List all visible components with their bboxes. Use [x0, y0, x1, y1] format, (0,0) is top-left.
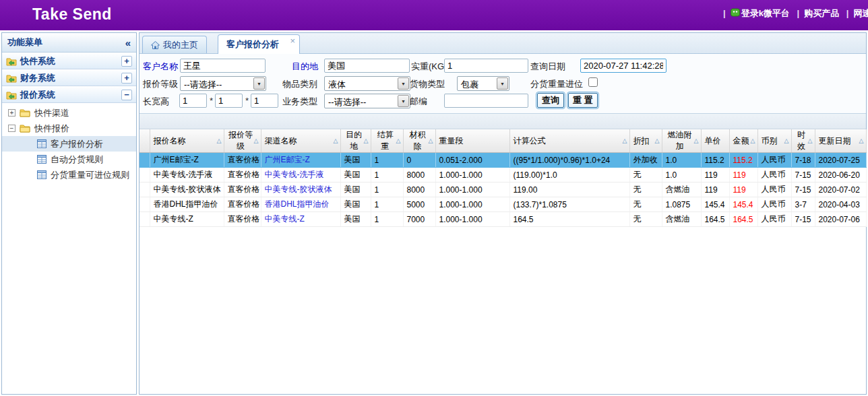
sidebar-section-quote-system[interactable]: 报价系统 − — [2, 86, 136, 103]
cell-formula: (119.00)*1.0 — [509, 168, 629, 183]
cell-volume-divisor: 8000 — [403, 168, 435, 183]
quote-level-select[interactable]: --请选择-- ▼ — [180, 76, 266, 91]
col-update-date[interactable]: 更新日期△ — [815, 129, 866, 153]
tree-leaf-auto-split-rule[interactable]: 自动分货规则 — [2, 152, 136, 167]
reset-button[interactable]: 重 置 — [567, 92, 599, 109]
split-weight-carry-label: 分货重量进位 — [530, 78, 583, 90]
table-row[interactable]: 中美专线-胶状液体 直客价格 中美专线-胶状液体 美国 1 8000 1.000… — [140, 183, 866, 197]
login-kwei-link[interactable]: 登录k微平台 — [741, 8, 790, 18]
cell-quote-level: 直客价格 — [224, 212, 261, 227]
chevron-down-icon[interactable]: ▼ — [497, 77, 508, 90]
tab-my-homepage[interactable]: 我的主页 — [142, 36, 207, 53]
chevron-down-icon[interactable]: ▼ — [398, 77, 409, 90]
col-formula[interactable]: 计算公式△ — [509, 129, 629, 153]
col-unit-price[interactable]: 单价 — [701, 129, 729, 153]
col-fuel-surcharge[interactable]: 燃油附加△ — [662, 129, 701, 153]
col-discount[interactable]: 折扣△ — [629, 129, 662, 153]
chevron-down-icon[interactable]: ▼ — [398, 95, 409, 107]
tree-node-express-channel[interactable]: + 快件渠道 — [2, 105, 136, 121]
tree-expand-icon[interactable]: + — [8, 109, 16, 117]
tree-leaf-split-weight-carry-rule[interactable]: 分货重量可进位规则 — [2, 167, 136, 183]
width-input[interactable] — [215, 94, 243, 108]
split-weight-carry-checkbox[interactable] — [588, 77, 598, 87]
tree-leaf-label: 自动分货规则 — [51, 154, 103, 166]
col-weight-range[interactable]: 重量段 — [435, 129, 509, 153]
query-date-input[interactable] — [580, 59, 666, 73]
channel-link[interactable]: 中美专线-洗手液 — [265, 170, 324, 179]
expand-plus-icon[interactable]: + — [121, 73, 132, 84]
col-amount[interactable]: 金额△ — [729, 129, 757, 153]
cell-aging: 7-15 — [791, 168, 815, 183]
height-input[interactable] — [251, 94, 278, 108]
close-tab-icon[interactable]: × — [290, 36, 295, 45]
cell-fuel-surcharge: 含燃油 — [662, 212, 701, 227]
collapse-sidebar-icon[interactable]: « — [125, 37, 131, 48]
table-row[interactable]: 香港DHL指甲油价 直客价格 香港DHL指甲油价 美国 1 5000 1.000… — [140, 197, 866, 212]
col-quote-name[interactable]: 报价名称△ — [150, 129, 224, 153]
cell-formula: (133.7)*1.0875 — [509, 197, 629, 212]
col-volume-divisor[interactable]: 材积除△ — [403, 129, 435, 153]
sidebar-section-express-system[interactable]: 快件系统 + — [2, 53, 136, 69]
col-quote-level[interactable]: 报价等级△ — [224, 129, 261, 153]
tree-node-label: 快件渠道 — [34, 107, 69, 119]
expand-plus-icon[interactable]: + — [121, 56, 132, 67]
cell-volume-divisor: 7000 — [403, 212, 435, 227]
chevron-down-icon[interactable]: ▼ — [253, 77, 265, 90]
cell-amount: 164.5 — [729, 212, 757, 227]
col-destination[interactable]: 目的地△ — [340, 129, 371, 153]
tree-leaf-customer-quote-analysis[interactable]: 客户报价分析 — [2, 136, 136, 152]
table-row[interactable]: 广州E邮宝-Z 直客价格 广州E邮宝-Z 美国 1 0 0.051-2.000 … — [140, 153, 866, 168]
buy-product-link[interactable]: 购买产品 — [804, 8, 839, 18]
sort-asc-icon: △ — [429, 138, 433, 144]
col-settle-weight[interactable]: 结算重△ — [371, 129, 403, 153]
wechat-icon — [731, 8, 740, 20]
cell-settle-weight: 1 — [371, 168, 403, 183]
table-row[interactable]: 中美专线-洗手液 直客价格 中美专线-洗手液 美国 1 8000 1.000-1… — [140, 168, 866, 183]
tree-node-express-quote[interactable]: − 快件报价 — [2, 121, 136, 136]
cell-currency: 人民币 — [757, 197, 791, 212]
cell-aging: 7-18 — [791, 153, 815, 168]
col-channel-name[interactable]: 渠道名称△ — [261, 129, 340, 153]
selected-value: 液体 — [328, 79, 346, 91]
separator: | — [797, 8, 800, 18]
cell-formula: 119.00 — [509, 183, 629, 197]
col-aging[interactable]: 时效△ — [791, 129, 815, 153]
cell-quote-name: 中美专线-洗手液 — [150, 168, 224, 183]
channel-link[interactable]: 中美专线-胶状液体 — [265, 185, 332, 194]
separator: | — [723, 8, 726, 18]
grid-icon — [37, 139, 46, 148]
item-category-select[interactable]: 液体 ▼ — [324, 76, 410, 91]
length-input[interactable] — [179, 94, 207, 108]
speed-test-link[interactable]: 网速测试 — [853, 8, 868, 18]
cell-channel: 广州E邮宝-Z — [261, 153, 340, 168]
channel-link[interactable]: 广州E邮宝-Z — [265, 155, 310, 164]
business-type-select[interactable]: --请选择-- ▼ — [324, 94, 410, 108]
tab-customer-quote-analysis[interactable]: 客户报价分析 × — [218, 34, 300, 54]
cargo-type-select[interactable]: 包裹 ▼ — [457, 76, 509, 91]
cell-update-date: 2020-06-20 — [815, 168, 866, 183]
app-logo: Take Send — [32, 5, 112, 24]
cell-selector — [140, 197, 150, 212]
cell-unit-price: 119 — [701, 168, 729, 183]
col-currency[interactable]: 币别△ — [757, 129, 791, 153]
table-row[interactable]: 中美专线-Z 直客价格 中美专线-Z 美国 1 7000 1.000-1.000… — [140, 212, 866, 227]
cell-quote-name: 中美专线-胶状液体 — [150, 183, 224, 197]
destination-input[interactable] — [324, 59, 410, 73]
query-button[interactable]: 查询 — [536, 92, 565, 109]
cell-amount: 119 — [729, 168, 757, 183]
customer-name-input[interactable] — [180, 59, 266, 73]
sidebar-section-finance-system[interactable]: 财务系统 + — [2, 69, 136, 86]
postcode-input[interactable] — [444, 94, 528, 108]
cell-update-date: 2020-07-02 — [815, 183, 866, 197]
section-label: 快件系统 — [20, 55, 121, 67]
cell-discount: 无 — [629, 212, 662, 227]
collapse-minus-icon[interactable]: − — [121, 90, 132, 100]
cell-currency: 人民币 — [757, 212, 791, 227]
channel-link[interactable]: 中美专线-Z — [265, 214, 305, 224]
cell-destination: 美国 — [340, 197, 371, 212]
cell-update-date: 2020-04-03 — [815, 197, 866, 212]
tree-collapse-icon[interactable]: − — [8, 125, 16, 132]
channel-link[interactable]: 香港DHL指甲油价 — [265, 199, 330, 209]
actual-weight-input[interactable] — [444, 59, 528, 73]
home-icon — [151, 41, 160, 49]
